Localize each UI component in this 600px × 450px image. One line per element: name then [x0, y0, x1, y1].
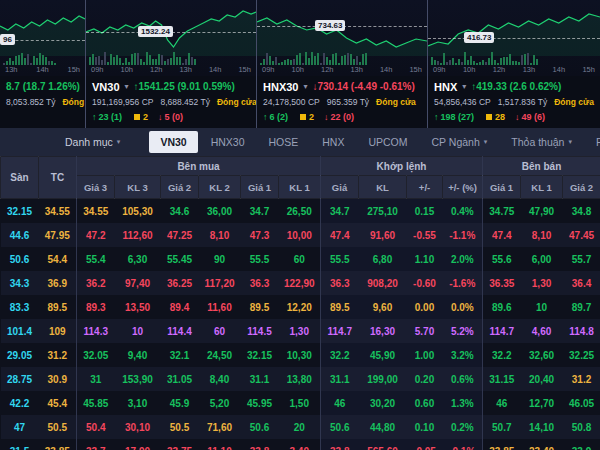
- group-header-buy: Bên mua: [77, 157, 321, 176]
- table-row[interactable]: 83.389.589.313,5089.411,6089.512,2089.59…: [1, 295, 600, 319]
- table-cell: 10,00: [279, 223, 321, 247]
- table-cell: 50.4: [77, 415, 115, 439]
- tab-label: CP Ngành: [432, 136, 480, 148]
- table-cell: 91,60: [359, 223, 407, 247]
- table-cell: 89.5: [241, 295, 279, 319]
- index-name[interactable]: VN30: [92, 81, 120, 93]
- tab-label: HOSE: [269, 136, 299, 148]
- time-label: 09h: [262, 65, 275, 76]
- table-cell: 36.3: [241, 271, 279, 295]
- sparkline: [0, 2, 85, 56]
- volume-bar: [125, 58, 127, 65]
- group-header-sell: Bên bán: [483, 157, 600, 176]
- table-cell: 89.7: [563, 295, 600, 319]
- column-header: KL 1: [521, 176, 563, 199]
- sparkline: [428, 2, 600, 56]
- index-turnover: 965.359 Tỷ: [327, 97, 369, 107]
- table-row[interactable]: 28.7530.931153,9031.058,4031.113,8031.11…: [1, 367, 600, 391]
- table-row[interactable]: 50.654.455.46,3055.459055.56055.56,801.1…: [1, 247, 600, 271]
- table-cell: 89.6: [483, 295, 521, 319]
- time-label: 14h: [380, 65, 393, 76]
- column-header-reference: TC: [39, 157, 77, 199]
- table-cell: 42.2: [1, 391, 39, 415]
- table-cell: -0.05: [407, 439, 443, 450]
- market-status: Đóng cửa: [554, 97, 594, 107]
- table-cell: 50.7: [483, 415, 521, 439]
- column-header: KL: [359, 176, 407, 199]
- volume-bar: [362, 54, 364, 65]
- table-cell: 153,90: [115, 367, 161, 391]
- volume-bar: [524, 54, 526, 65]
- table-row[interactable]: 34.336.936.297,4036.25117,2036.3122,9036…: [1, 271, 600, 295]
- table-cell: 89.5: [39, 295, 77, 319]
- volume-bar: [464, 52, 466, 65]
- volume-bar: [323, 53, 325, 65]
- column-header: Giá 1: [483, 176, 521, 199]
- market-status: Đóng cửa: [376, 97, 416, 107]
- price-table: Sàn TC Bên mua Khớp lệnh Bên bán Giá 3 K…: [0, 156, 600, 450]
- table-row[interactable]: 32.1534.5534.55105,3034.636,0034.726,503…: [1, 199, 600, 224]
- index-chart: 1532.24 09h10h12h13h14h15h: [86, 0, 256, 76]
- index-value: 1541.25 (9.01 0.59%): [139, 81, 235, 92]
- tab-hose[interactable]: HOSE: [258, 131, 310, 153]
- volume-bar: [344, 55, 346, 65]
- tab-thoa-thuan[interactable]: Thỏa thuận▾: [500, 131, 583, 153]
- volume-bar: [21, 53, 23, 65]
- table-cell: 32.15: [1, 199, 39, 224]
- chevron-down-icon[interactable]: ▾: [303, 82, 307, 91]
- table-row[interactable]: 31.533.8533.717,9033.7511,1033.83,4033.8…: [1, 439, 600, 450]
- menu-dropdown-danh-muc[interactable]: Danh mục▾: [54, 131, 131, 153]
- index-name[interactable]: HNX: [434, 81, 457, 93]
- table-cell: 34.3: [1, 271, 39, 295]
- table-cell: 34.55: [39, 199, 77, 224]
- tab-hnx30[interactable]: HNX30: [200, 131, 256, 153]
- table-cell: 3.2%: [443, 343, 483, 367]
- table-cell: 50.5: [39, 415, 77, 439]
- decliners-arrow-icon: ↓: [158, 112, 163, 122]
- decliners-count: 49 (6): [522, 112, 546, 122]
- chart-ref-label: 416.73: [464, 32, 494, 43]
- table-cell: 1,30: [279, 319, 321, 343]
- volume-bar: [134, 53, 136, 65]
- table-cell: 275,10: [359, 199, 407, 224]
- time-label: 12h: [321, 65, 334, 76]
- volume-bar: [350, 54, 352, 65]
- tab-bar: Danh mục▾VN30HNX30HOSEHNXUPCOMCP Ngành▾T…: [0, 128, 600, 156]
- table-row[interactable]: 42.245.445.853,1045.95,2045.951,504630,2…: [1, 391, 600, 415]
- table-cell: -1.6%: [443, 271, 483, 295]
- table-row[interactable]: 44.647.9547.2112,6047.258,1047.310,0047.…: [1, 223, 600, 247]
- column-header: KL 2: [199, 176, 241, 199]
- decliners-arrow-icon: ↓: [515, 112, 520, 122]
- tab-hnx[interactable]: HNX: [311, 131, 355, 153]
- table-row[interactable]: 29.0531.232.059,4032.124,5032.1510,3032.…: [1, 343, 600, 367]
- tab-phai-sinh[interactable]: Phái sinh▾: [585, 131, 600, 153]
- market-status: Đóng cửa: [217, 97, 257, 107]
- table-cell: 36.35: [483, 271, 521, 295]
- volume-bar: [146, 52, 148, 65]
- table-cell: 60: [279, 247, 321, 271]
- index-name[interactable]: HNX30: [263, 81, 298, 93]
- index-value: 419.33 (2.6 0.62%): [476, 81, 561, 92]
- table-cell: 11,60: [199, 295, 241, 319]
- chevron-down-icon[interactable]: ▾: [125, 82, 129, 91]
- volume-bar: [188, 53, 190, 65]
- time-label: 13h: [179, 65, 192, 76]
- chevron-down-icon: ▾: [484, 138, 488, 146]
- table-row[interactable]: 4750.550.430,1050.571,6050.62050.644,800…: [1, 415, 600, 439]
- table-cell: 1.3%: [443, 391, 483, 415]
- tab-upcom[interactable]: UPCOM: [357, 131, 418, 153]
- chart-ref-label: 96: [0, 34, 15, 45]
- time-axis: 09h10h12h13h14h15h: [428, 65, 600, 76]
- table-row[interactable]: 101.4109114.310114.460114.51,30114.716,3…: [1, 319, 600, 343]
- time-label: 15h: [67, 65, 80, 76]
- table-cell: 31.5: [1, 439, 39, 450]
- tab-vn30[interactable]: VN30: [149, 131, 197, 153]
- index-change: 8.7 (18.7 1.26%): [6, 81, 80, 92]
- tab-label: UPCOM: [368, 136, 407, 148]
- advancers-arrow-icon: ↑: [434, 112, 439, 122]
- volume-bar: [365, 53, 367, 65]
- chevron-down-icon[interactable]: ▾: [462, 82, 466, 91]
- table-cell: 50.5: [161, 415, 199, 439]
- tab-cp-nganh[interactable]: CP Ngành▾: [421, 131, 499, 153]
- volume-bar: [39, 53, 41, 65]
